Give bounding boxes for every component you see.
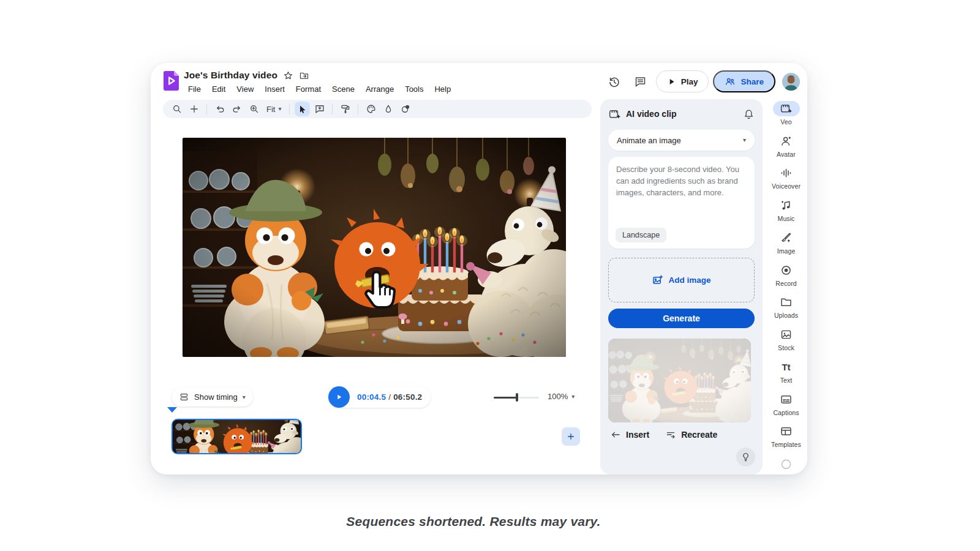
version-history-icon[interactable] — [603, 70, 625, 92]
disclaimer-caption: Sequences shortened. Results may vary. — [0, 514, 947, 529]
zoom-in-icon[interactable] — [246, 102, 262, 116]
add-scene-button[interactable] — [562, 427, 580, 446]
search-icon[interactable] — [169, 102, 184, 116]
recreate-button[interactable]: Recreate — [665, 429, 717, 440]
play-button[interactable]: Play — [656, 70, 709, 92]
menu-file[interactable]: File — [184, 84, 205, 94]
stock-media-icon — [780, 328, 793, 341]
recreate-icon — [665, 429, 676, 440]
uploads-folder-icon — [780, 296, 793, 309]
preview-loading-overlay — [608, 339, 751, 422]
timeline-play-button[interactable] — [328, 386, 350, 408]
rail-item-templates[interactable]: Templates — [765, 422, 807, 454]
ai-video-clip-panel: AI video clip Animate an image ▾ Landsca… — [600, 99, 763, 474]
captions-icon — [780, 393, 793, 406]
page: Joe's Birthday video File Edit View Inse… — [0, 0, 980, 551]
select-cursor-tool[interactable] — [295, 102, 310, 116]
music-note-icon — [780, 199, 793, 212]
voiceover-waveform-icon — [780, 167, 793, 179]
toolbar-divider — [332, 104, 333, 114]
redo-icon[interactable] — [229, 102, 244, 116]
app-window: Joe's Birthday video File Edit View Inse… — [151, 63, 807, 474]
menu-insert[interactable]: Insert — [260, 84, 289, 94]
show-timing-dropdown[interactable]: Show timing ▾ — [172, 388, 253, 407]
lightbulb-icon — [741, 452, 751, 462]
comments-icon[interactable] — [630, 70, 652, 92]
timecode: 00:04.5/06:50.2 — [357, 392, 422, 402]
panel-header: AI video clip — [608, 107, 755, 121]
add-image-icon — [652, 274, 663, 286]
prompt-card: Landscape — [608, 157, 755, 249]
playhead-marker[interactable] — [167, 407, 177, 413]
timeline-zoom-slider[interactable] — [494, 392, 539, 402]
bell-icon[interactable] — [743, 108, 755, 120]
droplet-icon[interactable] — [380, 102, 396, 116]
image-ai-icon — [780, 231, 793, 244]
insert-plus-icon[interactable] — [186, 102, 202, 116]
video-canvas[interactable] — [183, 138, 566, 357]
menu-arrange[interactable]: Arrange — [361, 84, 398, 94]
share-button[interactable]: Share — [713, 70, 775, 92]
text-icon: Tt — [782, 362, 790, 372]
rail-item-uploads[interactable]: Uploads — [765, 293, 807, 325]
menu-format[interactable]: Format — [292, 84, 325, 94]
add-comment-icon[interactable] — [312, 102, 327, 116]
feature-rail: Veo Avatar Voiceover Music Image Record — [765, 99, 807, 472]
window-header: Joe's Birthday video File Edit View Inse… — [151, 63, 807, 99]
background-remove-icon[interactable] — [398, 102, 413, 116]
chevron-down-icon: ▾ — [243, 394, 246, 400]
slider-handle[interactable] — [516, 393, 518, 402]
timeline-clip-thumbnail[interactable] — [172, 419, 302, 454]
generated-preview-thumbnail[interactable] — [608, 339, 751, 422]
rail-item-veo[interactable]: Veo — [765, 99, 807, 132]
generate-button[interactable]: Generate — [608, 309, 755, 328]
menu-help[interactable]: Help — [430, 84, 455, 94]
avatar-person-icon — [780, 135, 793, 148]
play-icon — [335, 393, 343, 401]
move-folder-icon[interactable] — [299, 70, 309, 81]
current-time: 00:04.5 — [357, 392, 386, 402]
title-block: Joe's Birthday video File Edit View Inse… — [184, 69, 455, 94]
rail-item-image[interactable]: Image — [765, 228, 807, 261]
panel-title: AI video clip — [626, 109, 738, 119]
menu-tools[interactable]: Tools — [401, 84, 428, 94]
rail-item-captions[interactable]: Captions — [765, 390, 807, 422]
menubar: File Edit View Insert Format Scene Arran… — [184, 84, 455, 94]
account-avatar[interactable] — [782, 73, 800, 91]
star-icon[interactable] — [283, 70, 293, 81]
vids-logo-icon[interactable] — [164, 71, 179, 91]
document-title[interactable]: Joe's Birthday video — [184, 70, 277, 81]
toolbar-divider — [206, 104, 207, 114]
menu-edit[interactable]: Edit — [208, 84, 230, 94]
header-actions: Play Share — [603, 70, 800, 92]
mode-select-dropdown[interactable]: Animate an image ▾ — [608, 130, 755, 151]
arrow-left-icon — [610, 429, 621, 440]
chevron-down-icon: ▾ — [571, 394, 575, 400]
chevron-down-icon: ▾ — [743, 137, 746, 143]
menu-scene[interactable]: Scene — [328, 84, 359, 94]
insert-button[interactable]: Insert — [610, 429, 649, 440]
rail-item-avatar[interactable]: Avatar — [765, 132, 807, 164]
rail-partial-icon — [780, 457, 793, 472]
orientation-chip[interactable]: Landscape — [616, 228, 666, 242]
zoom-level-dropdown[interactable]: 100% ▾ — [548, 392, 575, 401]
undo-icon[interactable] — [212, 102, 227, 116]
plus-icon — [566, 432, 576, 441]
paint-format-icon[interactable] — [337, 102, 353, 116]
palette-icon[interactable] — [363, 102, 379, 116]
toolbar: Fit ▾ — [163, 100, 592, 118]
rail-item-voiceover[interactable]: Voiceover — [765, 163, 807, 196]
timing-layers-icon — [179, 392, 189, 402]
panel-actions: Insert Recreate — [608, 429, 755, 440]
add-image-button[interactable]: Add image — [608, 258, 755, 302]
rail-item-music[interactable]: Music — [765, 196, 807, 228]
rail-item-text[interactable]: Tt Text — [765, 358, 807, 390]
toolbar-divider — [358, 104, 358, 114]
fit-dropdown[interactable]: Fit ▾ — [263, 105, 284, 114]
ai-video-clip-icon — [608, 108, 621, 121]
menu-view[interactable]: View — [232, 84, 258, 94]
record-icon — [780, 264, 793, 277]
rail-item-record[interactable]: Record — [765, 261, 807, 293]
rail-item-stock[interactable]: Stock — [765, 325, 807, 358]
tips-lightbulb-button[interactable] — [736, 448, 755, 467]
